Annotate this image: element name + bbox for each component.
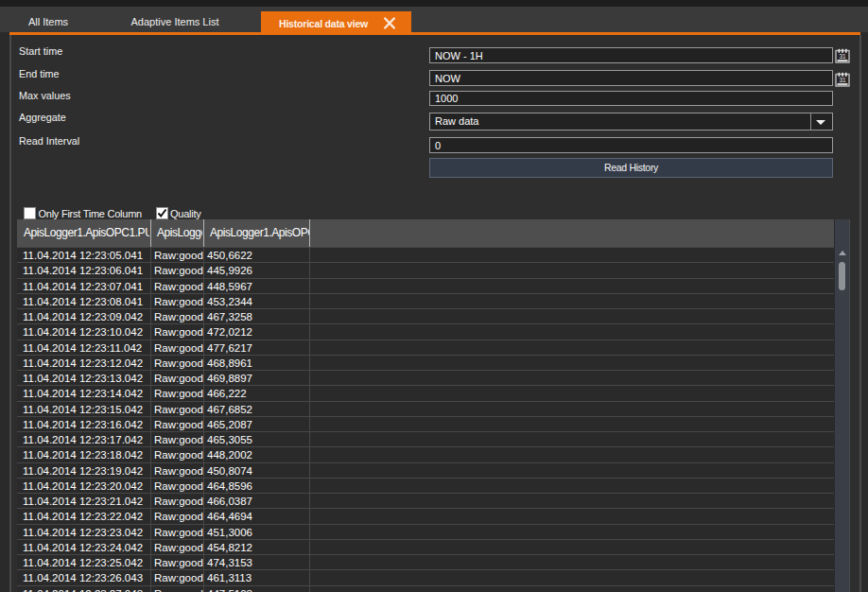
svg-text:31: 31 xyxy=(839,53,846,60)
svg-text:31: 31 xyxy=(839,77,846,83)
